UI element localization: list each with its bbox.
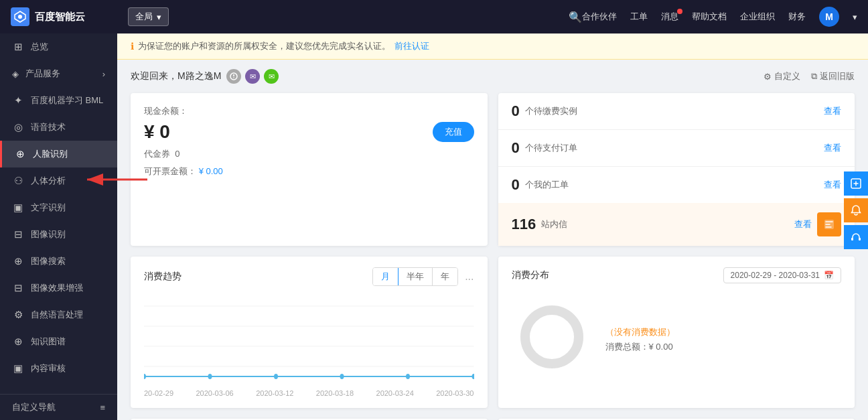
content-review-icon: ▣ (12, 362, 24, 374)
sidebar-item-overview[interactable]: ⊞ 总览 (0, 33, 117, 60)
right-btn-edit[interactable] (844, 171, 868, 196)
ocr-icon: ▣ (12, 202, 24, 214)
calendar-icon: 📅 (824, 271, 834, 280)
svg-point-12 (274, 374, 278, 379)
tab-year[interactable]: 年 (433, 268, 457, 285)
old-version-btn[interactable]: ⧉ 返回旧版 (811, 70, 855, 82)
overview-icon: ⊞ (12, 41, 24, 53)
logo: 百度智能云 (11, 7, 128, 26)
nav-finance[interactable]: 财务 (788, 11, 806, 23)
bml-icon: ✦ (12, 94, 24, 107)
sidebar-item-speech[interactable]: ◎ 语音技术 (0, 114, 117, 141)
chart-tabs: 月 半年 年 (372, 267, 458, 286)
sidebar-item-products[interactable]: ◈ 产品服务 › (0, 60, 117, 87)
nlp-icon: ⚙ (12, 309, 24, 321)
welcome-left: 欢迎回来，M路之逸M ✉ ✉ (131, 69, 279, 84)
svg-rect-19 (859, 238, 861, 240)
chart-title: 消费趋势 (144, 271, 182, 283)
svg-point-1 (18, 15, 22, 19)
view-instances-link[interactable]: 查看 (824, 105, 841, 117)
welcome-bar: 欢迎回来，M路之逸M ✉ ✉ ⚙ 自定义 ⧉ 返回旧版 (117, 60, 868, 93)
sidebar-bottom: 自定义导航 ≡ (0, 394, 117, 420)
sidebar: ⊞ 总览 ◈ 产品服务 › ✦ 百度机器学习 BML ◎ 语音技术 ⊕ 人脸识别… (0, 33, 117, 420)
main-layout: ⊞ 总览 ◈ 产品服务 › ✦ 百度机器学习 BML ◎ 语音技术 ⊕ 人脸识别… (0, 33, 868, 420)
image-recog-icon: ⊟ (12, 228, 24, 240)
recharge-button[interactable]: 充值 (433, 122, 474, 142)
nav-org[interactable]: 企业组织 (740, 11, 775, 23)
products-icon: ◈ (12, 69, 19, 79)
voucher-row: 代金券 0 (144, 148, 474, 160)
user-avatar[interactable]: M (819, 7, 839, 27)
welcome-icon-purple[interactable]: ✉ (245, 69, 260, 84)
customize-btn[interactable]: ⚙ 自定义 (764, 70, 800, 82)
header-nav: 合作伙伴 工单 消息 帮助文档 企业组织 财务 M ▾ (582, 7, 857, 27)
gear-icon: ⚙ (764, 72, 772, 82)
sidebar-item-body[interactable]: ⚇ 人体分析 (0, 167, 117, 194)
custom-nav-label[interactable]: 自定义导航 (12, 401, 56, 413)
content-area: ℹ 为保证您的账户和资源的所属权安全，建议您优先完成实名认证。 前往认证 欢迎回… (117, 33, 868, 420)
chart-more-icon[interactable]: ... (465, 271, 474, 283)
kg-icon: ⊕ (12, 336, 24, 348)
search-button[interactable]: 🔍 (569, 11, 582, 23)
svg-point-14 (406, 374, 410, 379)
svg-point-10 (144, 374, 146, 379)
chevron-right-icon: › (102, 69, 105, 79)
chart-xaxis: 20-02-29 2020-03-06 2020-03-12 2020-03-1… (144, 389, 474, 397)
balance-card: 现金余额： ¥ 0 充值 代金券 0 可开票金额： ¥ 0.00 (131, 93, 488, 246)
welcome-icon-green[interactable]: ✉ (264, 69, 279, 84)
nav-ticket[interactable]: 工单 (630, 11, 648, 23)
stats-row-messages: 116 站内信 查看 (498, 203, 855, 246)
welcome-right: ⚙ 自定义 ⧉ 返回旧版 (764, 70, 855, 82)
sidebar-item-bml[interactable]: ✦ 百度机器学习 BML (0, 87, 117, 114)
notification-button[interactable] (817, 212, 841, 236)
sidebar-item-image-enhance[interactable]: ⊟ 图像效果增强 (0, 275, 117, 301)
sidebar-item-image-search[interactable]: ⊕ 图像搜索 (0, 248, 117, 275)
return-icon: ⧉ (811, 71, 817, 82)
nav-partner[interactable]: 合作伙伴 (582, 11, 617, 23)
distribution-title: 消费分布 (512, 269, 549, 281)
svg-point-11 (208, 374, 212, 379)
menu-icon[interactable]: ≡ (100, 403, 105, 413)
sidebar-item-content-review[interactable]: ▣ 内容审核 (0, 355, 117, 382)
view-messages-link[interactable]: 查看 (794, 218, 812, 230)
pie-info: （没有消费数据） 消费总额：¥ 0.00 (605, 321, 675, 353)
chart-header: 消费趋势 月 半年 年 ... (144, 267, 474, 286)
tab-month[interactable]: 月 (373, 268, 399, 285)
balance-amount: ¥ 0 (144, 121, 170, 143)
tab-half-year[interactable]: 半年 (399, 268, 433, 285)
sidebar-item-kg[interactable]: ⊕ 知识图谱 (0, 328, 117, 355)
notice-bar: ℹ 为保证您的账户和资源的所属权安全，建议您优先完成实名认证。 前往认证 (117, 33, 868, 60)
chart-area (144, 293, 474, 387)
global-select[interactable]: 全局 ▾ (128, 7, 169, 26)
balance-row: ¥ 0 充值 (144, 121, 474, 143)
logo-text: 百度智能云 (35, 11, 85, 23)
notice-link[interactable]: 前往认证 (394, 40, 429, 52)
nav-help[interactable]: 帮助文档 (692, 11, 727, 23)
svg-point-15 (472, 374, 474, 379)
sidebar-item-image-recognition[interactable]: ⊟ 图像识别 (0, 221, 117, 248)
sidebar-item-ocr[interactable]: ▣ 文字识别 (0, 194, 117, 221)
stats-card: 0 个待缴费实例 查看 0 个待支付订单 查看 0 个我的工单 (498, 93, 855, 246)
view-tickets-link[interactable]: 查看 (824, 179, 841, 191)
nav-message[interactable]: 消息 (661, 11, 678, 23)
svg-point-13 (340, 374, 344, 379)
welcome-icon-gray[interactable] (226, 69, 241, 84)
right-btn-notification[interactable] (844, 198, 868, 222)
pie-chart (512, 297, 592, 377)
welcome-text: 欢迎回来，M路之逸M (131, 70, 221, 82)
right-btn-headset[interactable] (844, 225, 868, 249)
image-enhance-icon: ⊟ (12, 282, 24, 294)
stats-row-instances: 0 个待缴费实例 查看 (498, 93, 855, 130)
notification-badge (677, 9, 682, 14)
date-range-picker[interactable]: 2020-02-29 - 2020-03-31 📅 (723, 267, 841, 283)
notice-icon: ℹ (131, 41, 134, 52)
stats-row-tickets: 0 个我的工单 查看 (498, 167, 855, 203)
view-orders-link[interactable]: 查看 (824, 142, 841, 154)
header: 百度智能云 全局 ▾ 🔍 合作伙伴 工单 消息 帮助文档 企业组织 财务 M ▾ (0, 0, 868, 33)
dashboard-grid: 现金余额： ¥ 0 充值 代金券 0 可开票金额： ¥ 0.00 (117, 93, 868, 420)
sidebar-item-face[interactable]: ⊕ 人脸识别 (0, 141, 117, 167)
sidebar-item-nlp[interactable]: ⚙ 自然语言处理 (0, 301, 117, 328)
trend-chart-card: 消费趋势 月 半年 年 ... (131, 257, 488, 408)
trend-svg (144, 293, 474, 387)
svg-rect-18 (851, 238, 853, 240)
